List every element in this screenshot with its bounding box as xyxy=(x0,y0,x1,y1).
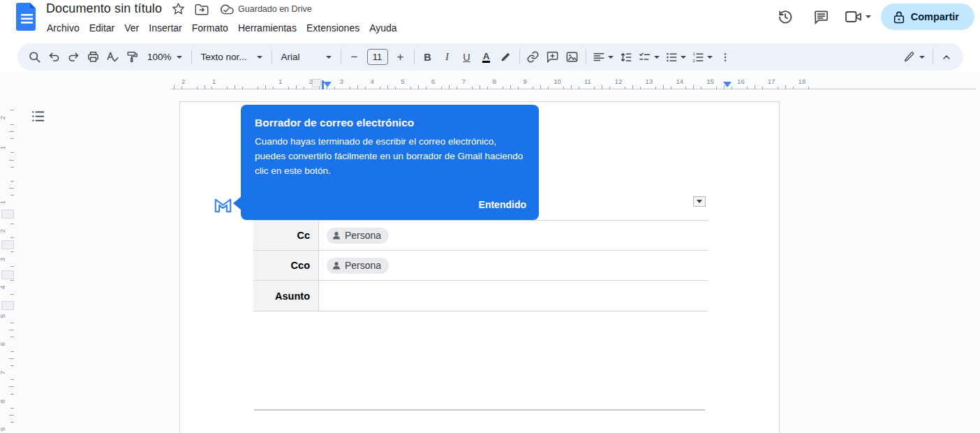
table-column-marker[interactable] xyxy=(312,79,321,87)
font-size-input[interactable]: 11 xyxy=(367,49,388,65)
menu-archivo[interactable]: Archivo xyxy=(42,21,84,35)
ruler-number: 13 xyxy=(646,78,653,85)
ruler-tick xyxy=(10,237,14,238)
menu-ayuda[interactable]: Ayuda xyxy=(364,21,401,35)
document-title[interactable]: Documento sin título xyxy=(46,1,162,16)
cco-label[interactable]: Cco xyxy=(253,251,319,280)
table-row-marker[interactable] xyxy=(1,210,14,219)
ruler-tick xyxy=(181,87,182,89)
font-value: Arial xyxy=(281,52,300,62)
spellcheck-button[interactable] xyxy=(103,47,122,67)
ruler-tick xyxy=(732,87,732,89)
horizontal-ruler[interactable]: 21123456789101112131415161718 xyxy=(0,77,980,89)
numbered-list-button[interactable]: 1 2 xyxy=(689,47,715,67)
line-spacing-button[interactable] xyxy=(616,47,636,67)
star-icon[interactable] xyxy=(172,2,185,15)
person-chip[interactable]: Persona xyxy=(327,228,389,244)
highlight-color-button[interactable] xyxy=(496,47,516,67)
pencil-icon xyxy=(903,51,915,63)
text-color-button[interactable]: A xyxy=(477,47,496,67)
bold-icon: B xyxy=(424,52,431,63)
ruler-tick xyxy=(640,87,641,89)
bulleted-list-caret-icon xyxy=(681,56,686,59)
ruler-number: 18 xyxy=(799,78,806,85)
minus-icon: − xyxy=(351,50,358,64)
menu-herramientas[interactable]: Herramientas xyxy=(233,21,302,35)
google-docs-logo-icon[interactable] xyxy=(15,2,38,34)
version-history-button[interactable] xyxy=(772,3,799,30)
editing-mode-button[interactable] xyxy=(898,47,929,67)
ruler-tick xyxy=(9,415,14,416)
person-chip[interactable]: Persona xyxy=(327,258,389,274)
table-row-asunto: Asunto xyxy=(253,281,708,311)
ruler-number: 10 xyxy=(554,78,561,85)
checklist-button[interactable] xyxy=(636,47,662,67)
bold-button[interactable]: B xyxy=(418,47,438,67)
ruler-number: 1 xyxy=(212,78,216,85)
cc-label[interactable]: Cc xyxy=(253,221,319,250)
menu-editar[interactable]: Editar xyxy=(84,21,120,35)
paint-roller-icon xyxy=(126,50,139,64)
align-button[interactable] xyxy=(590,47,616,67)
menu-ver[interactable]: Ver xyxy=(119,21,144,35)
ruler-tick xyxy=(357,85,358,89)
undo-button[interactable] xyxy=(44,47,64,67)
show-outline-button[interactable] xyxy=(28,106,47,126)
ruler-tick xyxy=(441,87,442,89)
checklist-icon xyxy=(639,51,651,64)
svg-text:1: 1 xyxy=(692,52,695,56)
ruler-tick xyxy=(365,87,366,89)
tooltip-title: Borrador de correo electrónico xyxy=(255,117,525,129)
paint-format-button[interactable] xyxy=(122,47,142,67)
save-status[interactable]: Guardado en Drive xyxy=(218,3,312,15)
cco-value-cell[interactable]: Persona xyxy=(319,251,708,280)
ruler-tick xyxy=(350,87,350,89)
ruler-number: 5 xyxy=(0,314,6,318)
menu-formato[interactable]: Formato xyxy=(187,21,233,35)
add-comment-button[interactable] xyxy=(543,47,563,67)
paragraph-styles-select[interactable]: Texto nor... xyxy=(195,47,268,67)
decrease-font-size-button[interactable]: − xyxy=(345,47,364,67)
ruler-number: 3 xyxy=(340,78,343,85)
ruler-tick xyxy=(563,87,564,89)
insert-link-button[interactable] xyxy=(524,47,543,67)
bulleted-list-button[interactable] xyxy=(662,47,689,67)
hide-menus-button[interactable] xyxy=(937,47,956,67)
asunto-value-cell[interactable] xyxy=(319,281,708,311)
font-select[interactable]: Arial xyxy=(276,47,337,67)
align-left-icon xyxy=(593,51,605,64)
print-button[interactable] xyxy=(83,47,103,67)
increase-font-size-button[interactable]: + xyxy=(391,47,410,67)
ruler-tick xyxy=(625,87,625,89)
redo-button[interactable] xyxy=(64,47,83,67)
left-indent-marker[interactable] xyxy=(323,82,332,87)
italic-icon: I xyxy=(445,51,449,63)
more-options-button[interactable] xyxy=(715,47,735,67)
table-row-marker[interactable] xyxy=(1,240,14,249)
cc-value-cell[interactable]: Persona xyxy=(319,221,708,250)
underline-button[interactable]: U xyxy=(457,47,477,67)
menu-insertar[interactable]: Insertar xyxy=(144,21,186,35)
asunto-label[interactable]: Asunto xyxy=(253,281,319,311)
meet-dropdown-caret-icon[interactable] xyxy=(866,15,871,18)
vertical-ruler[interactable]: 21123456789 xyxy=(0,91,15,433)
ruler-tick xyxy=(319,87,320,89)
share-button[interactable]: Compartir xyxy=(881,3,974,30)
ruler-tick xyxy=(579,87,579,89)
menu-extensiones[interactable]: Extensiones xyxy=(302,21,364,35)
search-menus-button[interactable] xyxy=(24,47,44,67)
move-folder-icon[interactable] xyxy=(195,3,209,15)
comments-button[interactable] xyxy=(808,3,835,30)
ruler-number: 5 xyxy=(401,78,404,85)
table-row-marker[interactable] xyxy=(1,301,14,310)
table-row-marker[interactable] xyxy=(1,270,14,279)
italic-button[interactable]: I xyxy=(438,47,457,67)
ruler-number: 8 xyxy=(493,78,496,85)
ruler-number: 7 xyxy=(462,78,466,85)
para-dropdown-button[interactable] xyxy=(693,196,706,207)
meet-button[interactable] xyxy=(845,9,871,24)
entendido-button[interactable]: Entendido xyxy=(479,199,526,210)
zoom-select[interactable]: 100% xyxy=(142,47,188,67)
insert-image-button[interactable] xyxy=(563,47,582,67)
ruler-tick xyxy=(380,87,380,89)
